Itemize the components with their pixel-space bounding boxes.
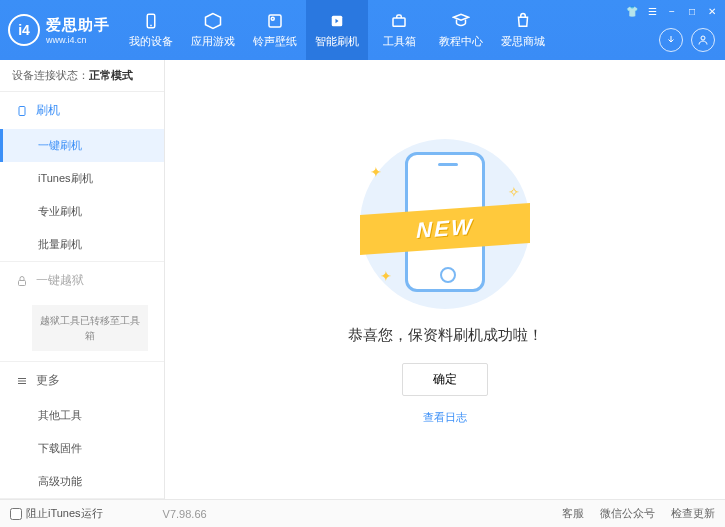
nav-ringtones[interactable]: 铃声壁纸 <box>244 0 306 60</box>
svg-rect-7 <box>19 106 25 115</box>
sidebar-item-download[interactable]: 下载固件 <box>0 432 164 465</box>
toolbox-icon <box>389 11 409 31</box>
nav-toolbox[interactable]: 工具箱 <box>368 0 430 60</box>
footer: 阻止iTunes运行 V7.98.66 客服 微信公众号 检查更新 <box>0 499 725 527</box>
footer-update[interactable]: 检查更新 <box>671 506 715 521</box>
success-message: 恭喜您，保资料刷机成功啦！ <box>348 326 543 345</box>
version-label: V7.98.66 <box>163 508 207 520</box>
footer-support[interactable]: 客服 <box>562 506 584 521</box>
sidebar: 设备连接状态：正常模式 刷机 一键刷机 iTunes刷机 专业刷机 批量刷机 一… <box>0 60 165 499</box>
minimize-icon[interactable]: − <box>665 4 679 18</box>
list-icon <box>16 375 28 387</box>
flash-section-icon <box>16 105 28 117</box>
sidebar-item-advanced[interactable]: 高级功能 <box>0 465 164 498</box>
tutorial-icon <box>451 11 471 31</box>
nav-apps[interactable]: 应用游戏 <box>182 0 244 60</box>
flash-icon <box>327 11 347 31</box>
connection-status: 设备连接状态：正常模式 <box>0 60 164 92</box>
svg-rect-5 <box>393 18 405 26</box>
svg-point-6 <box>701 36 705 40</box>
brand-url: www.i4.cn <box>46 35 110 45</box>
footer-wechat[interactable]: 微信公众号 <box>600 506 655 521</box>
sidebar-item-batch[interactable]: 批量刷机 <box>0 228 164 261</box>
new-ribbon: NEW <box>416 214 473 244</box>
lock-icon <box>16 275 28 287</box>
nav-flash[interactable]: 智能刷机 <box>306 0 368 60</box>
maximize-icon[interactable]: □ <box>685 4 699 18</box>
jailbreak-note: 越狱工具已转移至工具箱 <box>32 305 148 351</box>
theme-icon[interactable]: 👕 <box>625 4 639 18</box>
sidebar-item-oneclick[interactable]: 一键刷机 <box>0 129 164 162</box>
user-button[interactable] <box>691 28 715 52</box>
view-log-link[interactable]: 查看日志 <box>423 410 467 425</box>
svg-rect-8 <box>19 280 26 285</box>
close-icon[interactable]: ✕ <box>705 4 719 18</box>
svg-point-3 <box>271 17 274 20</box>
apps-icon <box>203 11 223 31</box>
sidebar-more-header[interactable]: 更多 <box>0 362 164 399</box>
nav-tutorials[interactable]: 教程中心 <box>430 0 492 60</box>
window-controls: 👕 ☰ − □ ✕ <box>625 4 719 18</box>
sidebar-jailbreak-header[interactable]: 一键越狱 <box>0 262 164 299</box>
sidebar-item-other[interactable]: 其他工具 <box>0 399 164 432</box>
logo-icon: i4 <box>8 14 40 46</box>
nav-my-device[interactable]: 我的设备 <box>120 0 182 60</box>
main-content: NEW ✦ ✧ ✦ 恭喜您，保资料刷机成功啦！ 确定 查看日志 <box>165 60 725 499</box>
ok-button[interactable]: 确定 <box>402 363 488 396</box>
checkbox-block-itunes[interactable]: 阻止iTunes运行 <box>10 506 103 521</box>
nav-store[interactable]: 爱思商城 <box>492 0 554 60</box>
menu-icon[interactable]: ☰ <box>645 4 659 18</box>
app-header: i4 爱思助手 www.i4.cn 我的设备 应用游戏 铃声壁纸 智能刷机 工具… <box>0 0 725 60</box>
wallpaper-icon <box>265 11 285 31</box>
store-icon <box>513 11 533 31</box>
svg-rect-2 <box>269 15 281 27</box>
download-button[interactable] <box>659 28 683 52</box>
sidebar-item-pro[interactable]: 专业刷机 <box>0 195 164 228</box>
sidebar-item-itunes[interactable]: iTunes刷机 <box>0 162 164 195</box>
logo-area: i4 爱思助手 www.i4.cn <box>8 14 110 46</box>
device-icon <box>141 11 161 31</box>
sidebar-flash-header[interactable]: 刷机 <box>0 92 164 129</box>
brand-name: 爱思助手 <box>46 16 110 35</box>
success-illustration: NEW ✦ ✧ ✦ <box>355 134 535 314</box>
